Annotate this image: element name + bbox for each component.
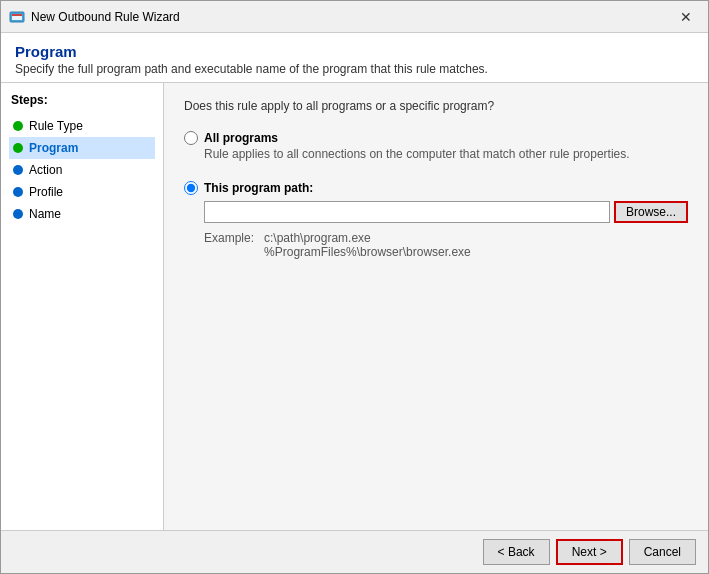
question-text: Does this rule apply to all programs or … xyxy=(184,99,688,113)
cancel-button[interactable]: Cancel xyxy=(629,539,696,565)
step-dot-name xyxy=(13,209,23,219)
wizard-window: New Outbound Rule Wizard ✕ Program Speci… xyxy=(0,0,709,574)
program-path-input[interactable] xyxy=(204,201,610,223)
example-values: c:\path\program.exe %ProgramFiles%\brows… xyxy=(264,231,471,259)
sidebar-item-profile[interactable]: Profile xyxy=(9,181,155,203)
step-dot-profile xyxy=(13,187,23,197)
this-program-label[interactable]: This program path: xyxy=(204,181,313,195)
page-subtitle: Specify the full program path and execut… xyxy=(15,62,694,76)
next-button[interactable]: Next > xyxy=(556,539,623,565)
path-input-row: Browse... xyxy=(204,201,688,223)
page-title: Program xyxy=(15,43,694,60)
this-program-section: This program path: Browse... Example: c:… xyxy=(184,181,688,259)
all-programs-label-row: All programs xyxy=(184,131,688,145)
example-line-1: c:\path\program.exe xyxy=(264,231,471,245)
sidebar-item-action[interactable]: Action xyxy=(9,159,155,181)
sidebar-item-rule-type[interactable]: Rule Type xyxy=(9,115,155,137)
example-label: Example: xyxy=(204,231,254,259)
example-line-2: %ProgramFiles%\browser\browser.exe xyxy=(264,245,471,259)
close-button[interactable]: ✕ xyxy=(672,5,700,29)
content-area: Steps: Rule Type Program Action Profile … xyxy=(1,83,708,530)
steps-label: Steps: xyxy=(9,93,155,107)
main-panel: Does this rule apply to all programs or … xyxy=(164,83,708,530)
page-header: Program Specify the full program path an… xyxy=(1,33,708,83)
back-button[interactable]: < Back xyxy=(483,539,550,565)
svg-rect-2 xyxy=(12,14,22,16)
step-label-name: Name xyxy=(29,207,61,221)
footer: < Back Next > Cancel xyxy=(1,530,708,573)
title-bar: New Outbound Rule Wizard ✕ xyxy=(1,1,708,33)
sidebar-item-program[interactable]: Program xyxy=(9,137,155,159)
browse-button[interactable]: Browse... xyxy=(614,201,688,223)
step-dot-program xyxy=(13,143,23,153)
sidebar-item-name[interactable]: Name xyxy=(9,203,155,225)
step-label-action: Action xyxy=(29,163,62,177)
this-program-label-row: This program path: xyxy=(184,181,688,195)
step-dot-rule-type xyxy=(13,121,23,131)
this-program-radio[interactable] xyxy=(184,181,198,195)
example-section: Example: c:\path\program.exe %ProgramFil… xyxy=(204,231,688,259)
step-label-profile: Profile xyxy=(29,185,63,199)
radio-group: All programs Rule applies to all connect… xyxy=(184,131,688,259)
window-title: New Outbound Rule Wizard xyxy=(31,10,672,24)
example-row: Example: c:\path\program.exe %ProgramFil… xyxy=(204,231,688,259)
all-programs-option: All programs Rule applies to all connect… xyxy=(184,131,688,161)
sidebar: Steps: Rule Type Program Action Profile … xyxy=(1,83,164,530)
window-icon xyxy=(9,9,25,25)
step-dot-action xyxy=(13,165,23,175)
all-programs-label[interactable]: All programs xyxy=(204,131,278,145)
all-programs-desc: Rule applies to all connections on the c… xyxy=(204,147,688,161)
all-programs-radio[interactable] xyxy=(184,131,198,145)
step-label-program: Program xyxy=(29,141,78,155)
step-label-rule-type: Rule Type xyxy=(29,119,83,133)
